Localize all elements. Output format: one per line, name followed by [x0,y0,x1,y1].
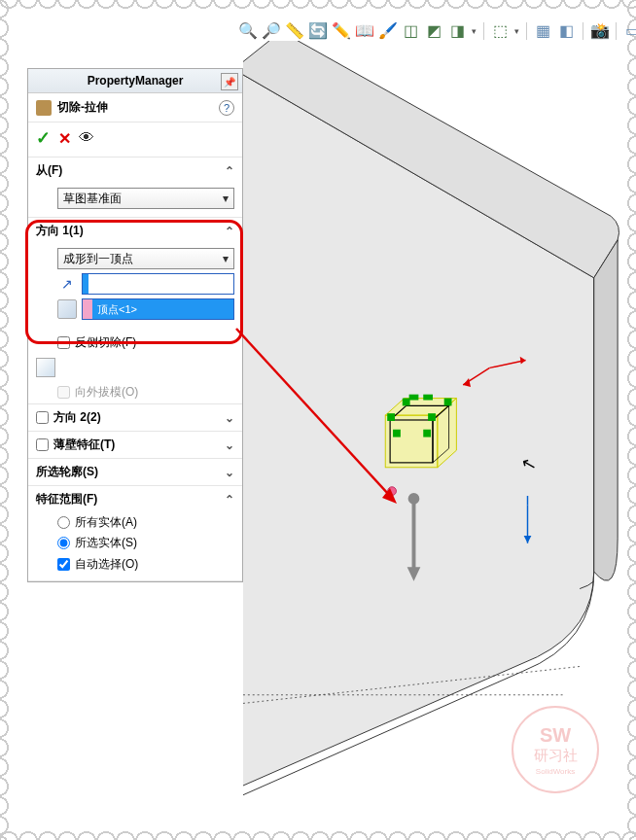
rotate-icon[interactable]: 🔄 [308,21,327,40]
thin-feature-checkbox[interactable] [36,438,49,451]
all-bodies-radio[interactable]: 所有实体(A) [28,512,242,533]
svg-point-23 [408,493,420,505]
svg-rect-13 [428,413,436,421]
zoom-area-icon[interactable]: 🔎 [262,21,280,40]
svg-rect-15 [444,399,452,406]
model-viewport[interactable] [243,41,622,819]
panel-title: PropertyManager 📌 [28,69,242,93]
zoom-fit-icon[interactable]: 🔍 [238,21,257,40]
svg-rect-18 [393,430,401,438]
view-toolbar: 🔍 🔎 📏 🔄 ✏️ 📖 🖌️ ◫ ◩ ◨ ▾ ⬚ ▾ ▦ ◧ 📸 ▭ [238,21,636,40]
shaded-icon[interactable]: ◨ [448,21,467,40]
camera-icon[interactable]: 📸 [590,21,609,40]
property-manager-panel: PropertyManager 📌 切除-拉伸 ? ✓ ✕ 👁 从(F)⌃ 草图… [27,68,243,582]
cancel-button[interactable]: ✕ [58,129,71,148]
svg-rect-7 [385,415,438,468]
direction2-checkbox[interactable] [36,411,49,424]
auto-select-checkbox[interactable]: 自动选择(O) [28,553,242,580]
feature-scope-header[interactable]: 特征范围(F)⌃ [28,486,242,512]
selected-contours-header[interactable]: 所选轮廓(S)⌄ [28,459,242,485]
svg-rect-17 [423,395,433,401]
vertex-selection-box[interactable]: 顶点<1> [82,298,234,320]
hidden-lines-icon[interactable]: ◩ [425,21,443,40]
feature-header: 切除-拉伸 ? [28,93,242,122]
draft-icon[interactable] [36,358,55,377]
window-icon[interactable]: ▭ [623,21,636,40]
draft-outward-checkbox: 向外拔模(O) [28,381,242,403]
layers-icon[interactable]: ◧ [557,21,576,40]
from-section-header[interactable]: 从(F)⌃ [28,158,242,184]
watermark: SW 研习社 SolidWorks [512,706,599,793]
selected-bodies-radio[interactable]: 所选实体(S) [28,533,242,553]
reverse-direction-icon[interactable]: ↗ [57,274,77,294]
ruler-icon[interactable]: 📏 [285,21,303,40]
from-combo[interactable]: 草图基准面 [57,188,234,209]
svg-rect-14 [403,399,410,406]
svg-point-20 [388,487,397,496]
direction1-section-header[interactable]: 方向 1(1)⌃ [28,218,242,244]
pin-button[interactable]: 📌 [221,73,238,90]
svg-rect-12 [387,413,395,421]
thin-feature-section-header[interactable]: 薄壁特征(T)⌄ [28,432,242,458]
grid-icon[interactable]: ▦ [534,21,552,40]
paint-icon[interactable]: 🖌️ [378,21,397,40]
eyedropper-icon[interactable]: ✏️ [332,21,350,40]
vertex-entity-icon [57,299,77,319]
view-cube-icon[interactable]: ⬚ [491,21,510,40]
cut-extrude-icon [36,100,52,116]
book-icon[interactable]: 📖 [355,21,373,40]
preview-button[interactable]: 👁 [79,129,94,147]
display-style-icon[interactable]: ◫ [402,21,420,40]
flip-side-checkbox[interactable]: 反侧切除(F) [28,332,242,354]
help-button[interactable]: ? [219,100,234,116]
svg-rect-16 [409,395,419,401]
feature-name: 切除-拉伸 [57,99,108,116]
svg-rect-19 [423,430,431,438]
end-condition-combo[interactable]: 成形到一顶点 [57,248,234,269]
direction2-section-header[interactable]: 方向 2(2)⌄ [28,404,242,431]
direction-selection-box[interactable] [82,273,234,295]
ok-button[interactable]: ✓ [36,127,51,149]
